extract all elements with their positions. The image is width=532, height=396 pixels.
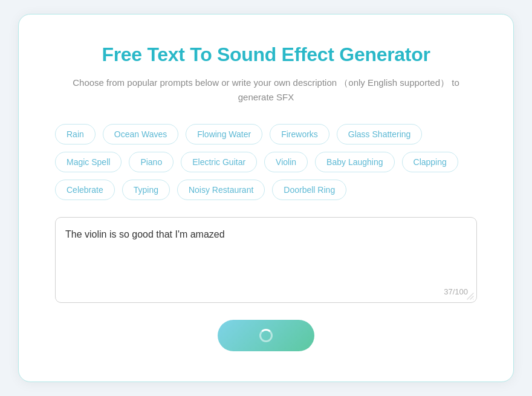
tag-rain[interactable]: Rain <box>55 124 96 144</box>
loading-spinner <box>259 329 273 342</box>
tag-flowing-water[interactable]: Flowing Water <box>186 124 262 144</box>
tag-noisy-restaurant[interactable]: Noisy Restaurant <box>177 180 265 200</box>
resize-handle-icon <box>467 293 474 300</box>
tag-piano[interactable]: Piano <box>129 152 174 172</box>
page-subtitle: Choose from popular prompts below or wri… <box>55 76 477 105</box>
main-card: Free Text To Sound Effect Generator Choo… <box>18 14 514 382</box>
tag-fireworks[interactable]: Fireworks <box>270 124 329 144</box>
page-title: Free Text To Sound Effect Generator <box>55 44 477 66</box>
textarea-wrapper: 37/100 <box>55 217 477 303</box>
tags-container: RainOcean WavesFlowing WaterFireworksGla… <box>55 124 477 200</box>
tag-ocean-waves[interactable]: Ocean Waves <box>103 124 178 144</box>
tag-baby-laughing[interactable]: Baby Laughing <box>315 152 394 172</box>
tag-clapping[interactable]: Clapping <box>402 152 458 172</box>
tag-glass-shattering[interactable]: Glass Shattering <box>337 124 423 144</box>
tag-typing[interactable]: Typing <box>122 180 170 200</box>
tag-doorbell-ring[interactable]: Doorbell Ring <box>272 180 346 200</box>
description-input[interactable] <box>65 227 467 276</box>
generate-button[interactable] <box>218 320 314 351</box>
tag-violin[interactable]: Violin <box>264 152 308 172</box>
tag-magic-spell[interactable]: Magic Spell <box>55 152 122 172</box>
tag-electric-guitar[interactable]: Electric Guitar <box>181 152 257 172</box>
tag-celebrate[interactable]: Celebrate <box>55 180 115 200</box>
char-count: 37/100 <box>444 287 468 296</box>
